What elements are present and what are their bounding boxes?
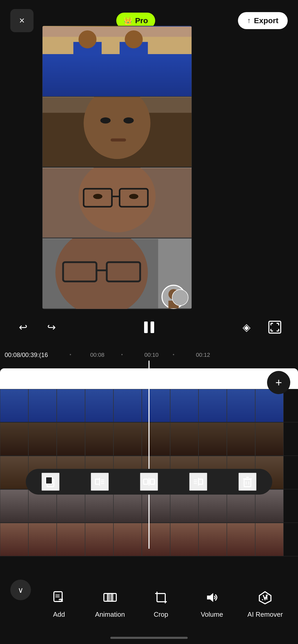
svg-rect-33 — [151, 321, 154, 333]
photo-frame-3 — [42, 167, 192, 238]
strip-thumb[interactable] — [0, 389, 28, 422]
strip-thumb[interactable] — [227, 389, 255, 422]
strip-thumb[interactable] — [227, 422, 255, 456]
svg-rect-0 — [43, 27, 192, 96]
svg-rect-42 — [144, 479, 148, 484]
photo-frame-2 — [42, 97, 192, 167]
strip-thumb[interactable] — [57, 422, 85, 456]
redo-button[interactable]: ↪ — [39, 317, 64, 337]
horizontal-scrollbar[interactable] — [110, 637, 188, 639]
upload-icon: ↑ — [247, 16, 251, 25]
strip-thumb[interactable] — [0, 523, 28, 556]
close-icon: × — [19, 15, 24, 26]
crop-tool-icon — [151, 587, 171, 608]
svg-rect-5 — [81, 54, 89, 56]
undo-button[interactable]: ↩ — [10, 317, 36, 337]
svg-rect-4 — [82, 55, 89, 65]
copy-icon — [44, 475, 57, 488]
export-label: Export — [254, 16, 278, 25]
strip-thumb[interactable] — [113, 389, 142, 422]
strip-thumb[interactable] — [255, 523, 284, 556]
ai-svg-icon — [258, 590, 272, 605]
svg-point-14 — [123, 117, 134, 124]
svg-rect-34 — [269, 321, 281, 333]
strip-thumb[interactable] — [57, 389, 85, 422]
svg-marker-68 — [207, 593, 213, 602]
bottom-toolbar: ∨ Add — [0, 577, 298, 629]
play-pause-button[interactable] — [136, 317, 162, 337]
close-button[interactable]: × — [10, 9, 34, 32]
ai-remover-icon — [255, 587, 275, 608]
strip-thumb[interactable] — [113, 523, 142, 556]
toolbar-item-add[interactable]: Add — [44, 587, 74, 618]
strip-thumb[interactable] — [28, 389, 57, 422]
strip-thumb[interactable] — [198, 523, 227, 556]
export-button[interactable]: ↑ Export — [238, 12, 288, 29]
volume-tool-icon — [202, 587, 222, 608]
toolbar-item-crop[interactable]: Crop — [145, 587, 176, 618]
svg-rect-2 — [73, 42, 102, 93]
svg-rect-61 — [107, 594, 113, 601]
crop-svg-icon — [154, 590, 168, 605]
svg-rect-37 — [95, 479, 100, 484]
video-preview — [42, 26, 192, 309]
strip-thumb[interactable] — [113, 422, 142, 456]
toolbar-item-volume[interactable]: Volume — [196, 587, 227, 618]
strip-thumb[interactable] — [198, 422, 227, 456]
strip-thumb[interactable] — [85, 523, 113, 556]
toolbar-item-ai-remover[interactable]: AI Remover — [247, 587, 283, 618]
pro-label: Pro — [135, 16, 148, 25]
svg-point-30 — [168, 289, 179, 299]
diamond-icon: ◈ — [243, 321, 251, 333]
keyframe-button[interactable]: ◈ — [234, 317, 259, 337]
strip-thumb[interactable] — [142, 389, 170, 422]
fullscreen-icon — [268, 321, 281, 334]
strip-thumb[interactable] — [170, 422, 198, 456]
strip-thumb[interactable] — [85, 389, 113, 422]
toolbar-item-animation[interactable]: Animation — [95, 587, 126, 618]
split-right-button[interactable] — [189, 473, 207, 491]
fullscreen-button[interactable] — [262, 317, 288, 337]
strip-thumb[interactable] — [28, 422, 57, 456]
copy-clip-button[interactable] — [42, 473, 60, 491]
strip-thumb[interactable] — [85, 422, 113, 456]
svg-point-3 — [79, 30, 97, 48]
collapse-button[interactable]: ∨ — [10, 580, 31, 600]
edit-action-bar — [26, 469, 272, 495]
strip-thumb[interactable] — [28, 523, 57, 556]
redo-icon: ↪ — [47, 321, 56, 333]
strip-thumb[interactable] — [0, 489, 28, 523]
photo-frame-1 — [42, 26, 192, 97]
svg-rect-45 — [198, 479, 203, 484]
strip-thumb[interactable] — [170, 523, 198, 556]
animation-icon — [100, 587, 120, 608]
strip-thumb[interactable] — [255, 422, 284, 456]
split-left-button[interactable] — [91, 473, 109, 491]
pause-icon — [142, 320, 156, 334]
delete-clip-button[interactable] — [238, 473, 256, 491]
strip-thumb[interactable] — [57, 523, 85, 556]
svg-rect-1 — [43, 27, 192, 37]
split-button[interactable] — [140, 473, 158, 491]
add-clip-button[interactable]: + — [267, 371, 290, 394]
strip-thumb[interactable] — [0, 456, 28, 489]
strip-thumb[interactable] — [0, 422, 28, 456]
svg-rect-9 — [128, 54, 136, 56]
strip-thumb[interactable] — [142, 422, 170, 456]
timeline-timestamps: 00:08/00:39:(16 00:08 00:10 00:12 • • • — [0, 348, 298, 362]
strip-thumb[interactable] — [170, 389, 198, 422]
strip-thumb[interactable] — [227, 523, 255, 556]
animation-tool-icon — [103, 590, 117, 605]
svg-point-21 — [93, 194, 102, 199]
playhead — [148, 361, 150, 549]
photo-2-svg — [43, 97, 192, 167]
chevron-down-icon: ∨ — [18, 586, 23, 595]
strip-thumb[interactable] — [198, 389, 227, 422]
svg-rect-62 — [111, 594, 116, 601]
svg-point-7 — [125, 30, 143, 48]
strip-thumb[interactable] — [142, 523, 170, 556]
undo-icon: ↩ — [19, 321, 28, 333]
photo-4-svg — [43, 239, 192, 309]
svg-rect-8 — [129, 55, 135, 65]
svg-point-25 — [55, 239, 148, 309]
